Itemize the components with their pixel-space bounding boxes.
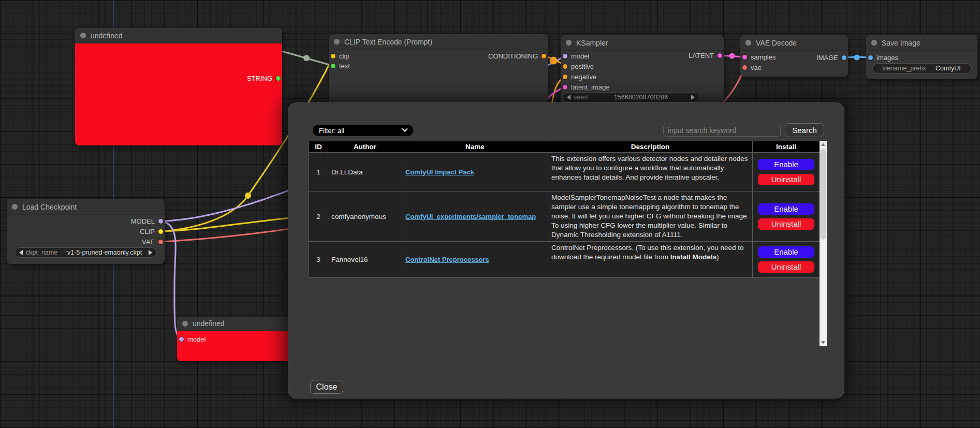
extension-name-link[interactable]: ControlNet Preprocessors — [405, 256, 489, 263]
node-undefined-top[interactable]: undefined STRING — [75, 28, 282, 145]
slot-dot[interactable] — [158, 229, 163, 234]
slot-dot[interactable] — [563, 64, 567, 69]
extension-author: Fannovel16 — [328, 242, 402, 278]
node-load-checkpoint[interactable]: Load Checkpoint MODEL CLIP VAE ckpt_name… — [7, 199, 165, 264]
extension-name-link[interactable]: ComfyUI Impact Pack — [405, 168, 474, 176]
seed-widget[interactable]: seed 156680208700286 — [562, 92, 699, 102]
slot-dot[interactable] — [158, 240, 163, 244]
slot-label: STRING — [247, 75, 272, 82]
slot-dot[interactable] — [718, 53, 722, 58]
input-slot-vae[interactable]: vae — [742, 63, 762, 71]
ckpt-name-widget[interactable]: ckpt_name v1-5-pruned-emaonly.ckpt — [14, 247, 157, 258]
enable-button[interactable]: Enable — [757, 158, 815, 171]
widget-value[interactable]: v1-5-pruned-emaonly.ckpt — [61, 249, 149, 256]
slot-dot[interactable] — [742, 65, 747, 70]
slot-label: LATENT — [689, 52, 714, 60]
node-title: KSampler — [576, 39, 608, 47]
slot-label: images — [876, 54, 898, 62]
uninstall-button[interactable]: Uninstall — [757, 173, 815, 186]
collapse-dot-icon[interactable] — [871, 40, 877, 46]
collapse-dot-icon[interactable] — [80, 33, 86, 38]
slot-dot[interactable] — [563, 75, 567, 79]
scrollbar-thumb[interactable] — [820, 149, 826, 240]
scroll-down-icon[interactable] — [820, 339, 827, 346]
collapse-dot-icon[interactable] — [12, 204, 18, 210]
header-description: Description — [548, 141, 753, 153]
slot-label: clip — [339, 52, 349, 60]
slot-dot[interactable] — [542, 54, 546, 58]
input-slot-text[interactable]: text — [331, 62, 350, 70]
table-header-row: ID Author Name Description Install — [309, 141, 820, 153]
collapse-dot-icon[interactable] — [182, 321, 188, 327]
output-slot-string[interactable]: STRING — [247, 74, 281, 82]
node-title-bar[interactable]: Load Checkpoint — [7, 199, 165, 215]
output-slot-clip[interactable]: CLIP — [140, 227, 163, 235]
widget-value[interactable]: ComfyUI — [929, 65, 967, 72]
increment-arrow-icon[interactable] — [691, 95, 695, 100]
header-install: Install — [753, 141, 820, 153]
search-input[interactable] — [663, 124, 781, 137]
output-slot-model[interactable]: MODEL — [131, 217, 163, 225]
slot-dot[interactable] — [868, 55, 873, 60]
input-slot-clip[interactable]: clip — [331, 52, 349, 60]
input-slot-images[interactable]: images — [868, 53, 898, 62]
input-slot-model[interactable]: model — [179, 335, 206, 343]
extension-table: ID Author Name Description Install 1 Dr.… — [309, 141, 820, 278]
collapse-dot-icon[interactable] — [745, 40, 751, 46]
uninstall-button[interactable]: Uninstall — [757, 260, 815, 274]
input-slot-negative[interactable]: negative — [563, 72, 596, 81]
node-save-image[interactable]: Save Image images filename_prefix ComfyU… — [866, 35, 977, 79]
slot-dot[interactable] — [331, 54, 335, 58]
node-vae-decode[interactable]: VAE Decode samples vae IMAGE — [740, 35, 848, 77]
output-slot-latent[interactable]: LATENT — [689, 51, 722, 60]
slot-dot[interactable] — [563, 54, 567, 58]
extension-description: ModelSamplerTonemapNoiseTest a node that… — [548, 191, 753, 242]
filter-select[interactable]: Filter: all — [313, 125, 413, 136]
header-id: ID — [309, 141, 328, 153]
increment-arrow-icon[interactable] — [149, 250, 152, 255]
close-button[interactable]: Close — [310, 380, 343, 394]
output-slot-conditioning[interactable]: CONDITIONING — [488, 52, 546, 60]
slot-label: CLIP — [140, 228, 155, 235]
slot-dot[interactable] — [842, 55, 846, 60]
header-name: Name — [402, 141, 548, 153]
node-title-bar[interactable]: CLIP Text Encode (Prompt) — [329, 34, 548, 50]
extension-id: 1 — [309, 153, 328, 191]
header-author: Author — [328, 141, 402, 153]
description-text: ModelSamplerTonemapNoiseTest a node that… — [551, 194, 749, 239]
collapse-dot-icon[interactable] — [566, 40, 572, 46]
slot-dot[interactable] — [158, 219, 163, 224]
enable-button[interactable]: Enable — [757, 202, 815, 216]
slot-dot[interactable] — [179, 337, 184, 342]
node-title-bar[interactable]: VAE Decode — [740, 35, 848, 51]
node-title-bar[interactable]: Save Image — [866, 35, 977, 51]
input-slot-model[interactable]: model — [563, 52, 589, 60]
decrement-arrow-icon[interactable] — [567, 95, 571, 100]
input-slot-latent-image[interactable]: latent_image — [563, 83, 609, 91]
input-slot-positive[interactable]: positive — [563, 62, 594, 70]
table-scrollbar[interactable] — [820, 141, 827, 346]
slot-label: VAE — [142, 238, 155, 246]
uninstall-button[interactable]: Uninstall — [757, 217, 815, 231]
widget-value[interactable]: 156680208700286 — [591, 94, 691, 101]
slot-dot[interactable] — [331, 64, 335, 68]
decrement-arrow-icon[interactable] — [19, 250, 23, 255]
search-button[interactable]: Search — [785, 123, 824, 137]
filename-prefix-widget[interactable]: filename_prefix ComfyUI — [872, 63, 972, 73]
filter-selected-value: Filter: all — [319, 127, 403, 135]
input-slot-samples[interactable]: samples — [742, 53, 776, 61]
output-slot-vae[interactable]: VAE — [142, 238, 163, 246]
output-slot-image[interactable]: IMAGE — [816, 53, 846, 62]
slot-dot[interactable] — [563, 85, 567, 90]
node-title: VAE Decode — [756, 39, 797, 47]
extension-author: comfyanonymous — [328, 191, 402, 242]
extension-name-link[interactable]: ComfyUI_experiments/sampler_tonemap — [405, 213, 536, 220]
node-title-bar[interactable]: KSampler — [561, 35, 724, 51]
enable-button[interactable]: Enable — [757, 245, 815, 259]
comfyui-canvas[interactable]: undefined STRING CLIP Text Encode (Promp… — [0, 0, 980, 428]
slot-dot[interactable] — [742, 55, 747, 60]
slot-dot[interactable] — [276, 76, 281, 81]
node-title-bar[interactable]: undefined — [75, 28, 282, 43]
scroll-up-icon[interactable] — [820, 141, 827, 148]
collapse-dot-icon[interactable] — [334, 39, 340, 45]
